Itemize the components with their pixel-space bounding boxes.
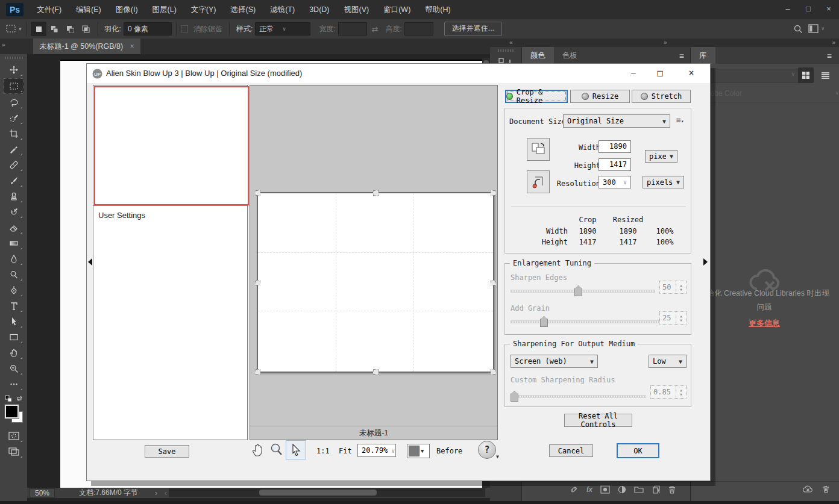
tab-color[interactable]: 颜色 [522, 47, 554, 64]
feather-input[interactable]: 0 像素 [124, 22, 172, 36]
horizontal-scrollbar[interactable] [169, 488, 485, 497]
menu-image[interactable]: 图像(I) [108, 0, 145, 19]
path-selection-tool[interactable] [4, 314, 24, 329]
dodge-tool[interactable] [4, 267, 24, 282]
new-group-button[interactable] [634, 485, 644, 493]
blur-tool[interactable] [4, 252, 24, 266]
style-dropdown[interactable]: 正常 ∨ [255, 22, 310, 36]
reset-all-controls-button[interactable]: Reset All Controls [564, 414, 632, 427]
selection-mode-new-button[interactable] [31, 22, 46, 36]
app-minimize-button[interactable]: – [778, 0, 798, 19]
menu-type[interactable]: 文字(Y) [184, 0, 224, 19]
toolbar-expand-icon[interactable]: » [2, 42, 5, 48]
expand-right-panel-icon[interactable] [703, 258, 708, 266]
scroll-left-icon[interactable]: ‹ [165, 489, 167, 497]
menu-view[interactable]: 视图(V) [337, 0, 377, 19]
collapse-left-panel-icon[interactable] [88, 258, 92, 266]
list-view-button[interactable] [817, 67, 833, 83]
move-tool[interactable] [4, 63, 24, 77]
crop-handle-s[interactable] [373, 369, 379, 375]
document-size-dropdown[interactable]: Original Size ▼ [563, 114, 670, 128]
app-close-button[interactable]: × [819, 0, 839, 19]
zoom-tool-button[interactable] [269, 443, 284, 459]
grid-view-button[interactable] [798, 67, 814, 83]
crop-handle-se[interactable] [491, 369, 496, 375]
resolution-combobox[interactable]: 300 ∨ [599, 176, 631, 188]
before-toggle[interactable]: Before [436, 447, 462, 455]
delete-layer-button[interactable] [668, 485, 676, 494]
screen-mode-button[interactable] [4, 444, 24, 459]
sharpen-edges-slider-thumb[interactable] [574, 285, 582, 296]
menu-select[interactable]: 选择(S) [224, 0, 263, 19]
zoom-tool[interactable] [4, 361, 24, 376]
output-medium-dropdown[interactable]: Screen (web) ▼ [511, 355, 598, 368]
custom-radius-spinner[interactable]: 0.85 ▲▼ [650, 385, 687, 399]
swap-colors-icon[interactable] [16, 395, 23, 402]
tab-resize[interactable]: Resize [570, 90, 630, 103]
crop-handle-ne[interactable] [491, 190, 496, 196]
save-button[interactable]: Save [145, 445, 189, 458]
resolution-lock-button[interactable] [527, 170, 550, 193]
zoom-1to1-button[interactable]: 1:1 [316, 447, 330, 455]
tab-swatches[interactable]: 色板 [554, 47, 586, 64]
selection-mode-subtract-button[interactable] [62, 22, 78, 36]
cc-sync-error-icon[interactable] [802, 485, 813, 493]
dialog-minimize-button[interactable]: – [624, 66, 643, 79]
rotate-dimensions-button[interactable] [527, 138, 550, 161]
toolbar-grip[interactable] [5, 57, 23, 59]
menu-edit[interactable]: 编辑(E) [69, 0, 108, 19]
crop-handle-sw[interactable] [255, 369, 260, 375]
sharpen-edges-slider[interactable] [511, 290, 655, 293]
add-mask-button[interactable] [600, 485, 610, 494]
clone-stamp-tool[interactable] [4, 189, 24, 204]
width-input[interactable] [338, 22, 367, 36]
type-tool[interactable] [4, 299, 24, 313]
history-brush-tool[interactable] [4, 205, 24, 219]
edit-toolbar-button[interactable] [4, 377, 24, 391]
lasso-tool[interactable] [4, 95, 24, 110]
preview-pane[interactable]: 未标题-1 [250, 85, 498, 440]
crop-tool[interactable] [4, 126, 24, 141]
foreground-color-swatch[interactable] [5, 405, 19, 418]
sharpen-level-dropdown[interactable]: Low ▼ [649, 355, 687, 368]
arrow-tool-button[interactable] [286, 440, 306, 459]
preview-image[interactable] [257, 192, 494, 373]
menu-window[interactable]: 窗口(W) [376, 0, 418, 19]
eyedropper-tool[interactable] [4, 142, 24, 157]
app-maximize-button[interactable]: □ [798, 0, 819, 19]
menu-layer[interactable]: 图层(L) [145, 0, 184, 19]
pan-tool-button[interactable] [251, 442, 265, 459]
crop-handle-w[interactable] [255, 280, 260, 285]
link-layers-button[interactable] [569, 485, 579, 494]
libraries-sort-dropdown[interactable]: ∨ [696, 69, 799, 83]
quick-mask-button[interactable] [4, 429, 24, 443]
preset-thumbnail-selected[interactable] [94, 86, 249, 205]
resolution-unit-dropdown[interactable]: pixels/in ▼ [643, 176, 684, 188]
spot-healing-brush-tool[interactable] [4, 158, 24, 172]
help-menu-chevron-icon[interactable]: ▼ [496, 454, 499, 459]
preset-menu-icon[interactable]: ≡▾ [676, 116, 684, 125]
tab-stretch[interactable]: Stretch [632, 90, 691, 103]
tab-close-icon[interactable]: × [130, 42, 134, 51]
rectangle-tool[interactable] [4, 330, 24, 344]
pixels-unit-dropdown[interactable]: pixels ▼ [645, 150, 677, 163]
spinner-arrows-icon[interactable]: ▲▼ [676, 312, 686, 324]
ok-button[interactable]: OK [617, 443, 659, 458]
crop-handle-nw[interactable] [255, 190, 260, 196]
height-input[interactable] [404, 22, 433, 36]
custom-radius-slider[interactable] [511, 395, 646, 398]
width-input[interactable]: 1890 [599, 140, 631, 153]
libraries-menu-icon[interactable]: ≡ [827, 51, 832, 61]
workspace-switcher[interactable]: ∨ [808, 24, 825, 33]
selection-mode-intersect-button[interactable] [78, 22, 93, 36]
quick-selection-tool[interactable] [4, 111, 24, 125]
menu-3d[interactable]: 3D(D) [302, 0, 336, 19]
tab-libraries[interactable]: 库 [691, 47, 715, 64]
dialog-close-button[interactable]: × [682, 66, 700, 79]
panel-menu-icon[interactable]: ≡ [679, 51, 684, 61]
crop-handle-e[interactable] [491, 280, 496, 285]
adjustment-layer-button[interactable] [618, 485, 626, 494]
spinner-arrows-icon[interactable]: ▲▼ [676, 281, 686, 293]
search-button[interactable] [793, 24, 803, 36]
dialog-title-bar[interactable]: UP Alien Skin Blow Up 3 | Blow Up | Orig… [87, 64, 710, 83]
